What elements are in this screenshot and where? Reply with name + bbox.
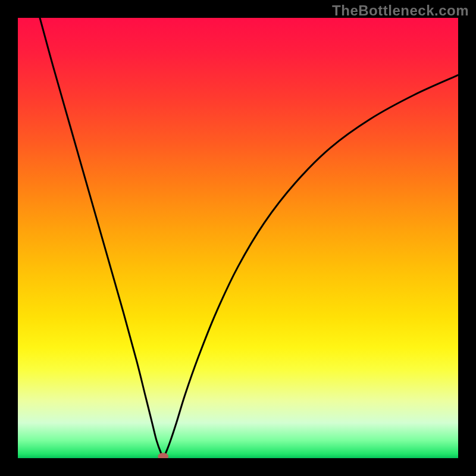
- chart-container: TheBottleneck.com: [0, 0, 476, 476]
- plot-area: [18, 18, 458, 458]
- optimal-point-marker: [158, 453, 168, 458]
- chart-svg: [18, 18, 458, 458]
- bottleneck-curve: [40, 18, 458, 456]
- watermark-text: TheBottleneck.com: [332, 2, 469, 19]
